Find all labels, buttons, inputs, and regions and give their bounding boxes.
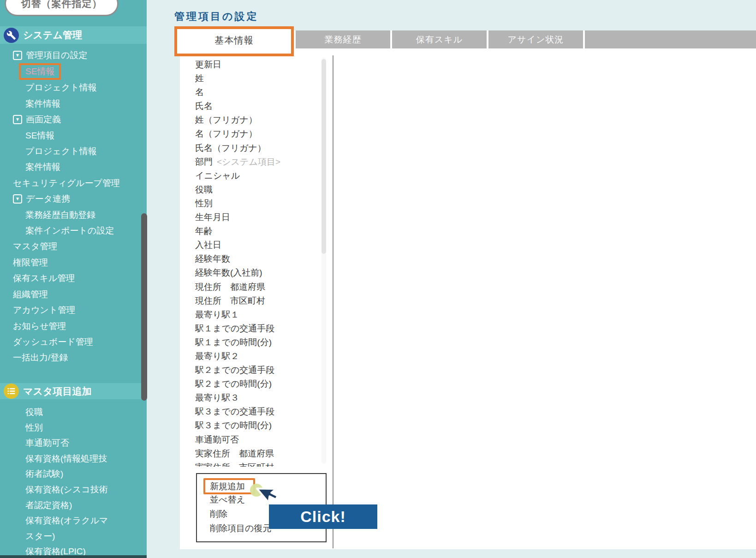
field-list-item[interactable]: 入社日 [195,238,317,252]
field-list-item[interactable]: 名 [195,85,317,99]
sidebar-scrollbar[interactable] [141,213,147,401]
field-list-item[interactable]: 年齢 [195,224,317,238]
field-list-item[interactable]: 最寄り駅１ [195,308,317,322]
collapse-toggle-icon[interactable]: ▼ [13,51,22,60]
sidebar-nav-item-label: 業務経歴自動登録 [25,207,95,223]
sidebar-nav-item[interactable]: ▼ 案件インポートの設定 [0,223,147,239]
sidebar-nav-item[interactable]: ▼ プロジェクト情報 [0,80,147,96]
sidebar-nav-item[interactable]: ▼ ダッシュボード管理 [0,334,147,350]
field-list-item[interactable]: イニシャル [195,169,317,183]
field-system-suffix: <システム項目> [217,157,280,167]
sidebar-nav-item-label: 画面定義 [26,112,61,127]
field-label: 現住所 市区町村 [195,296,265,306]
field-list-item[interactable]: 現住所 市区町村 [195,294,317,308]
sidebar-nav-item[interactable]: ▼ 一括出力/登録 [0,350,147,366]
field-list-item[interactable]: 実家住所 都道府県 [195,447,317,461]
field-label: 最寄り駅３ [195,393,239,402]
tab-basic-info-annotated[interactable]: 基本情報 [174,26,294,56]
tab[interactable]: 業務経歴 [296,30,390,48]
field-list-item[interactable]: 経験年数(入社前) [195,266,317,280]
sidebar-nav-item[interactable]: ▼ プロジェクト情報 [0,144,147,159]
sidebar-nav-item[interactable]: ▼ 画面定義 [0,112,147,127]
sidebar-nav-item-label: 案件情報 [25,159,60,175]
field-list-item[interactable]: 部門<システム項目> [195,155,317,169]
switch-case-button[interactable]: 切替（案件指定） [5,0,119,16]
field-list-item[interactable]: 車通勤可否 [195,433,317,447]
sidebar-master-item[interactable]: 保有資格(オラクルマスター) [0,513,115,544]
field-list-scrollbar-thumb[interactable] [321,59,326,254]
sidebar-nav-item[interactable]: ▼ 業務経歴自動登録 [0,207,147,223]
sidebar-nav-item[interactable]: ▼ お知らせ管理 [0,318,147,334]
field-list-item[interactable]: 駅１までの交通手段 [195,322,317,336]
page-title: 管理項目の設定 [174,10,259,24]
click-annotation-banner: Click! [269,504,377,529]
sidebar-nav-item[interactable]: ▼ 組織管理 [0,287,147,302]
sidebar-section-master-items: マスタ項目追加 [0,383,147,399]
sidebar-nav-item-label: データ連携 [26,191,70,207]
sidebar-master-item[interactable]: 保有資格(情報処理技術者試験) [0,451,115,482]
field-list-item[interactable]: 氏名 [195,99,317,113]
sidebar-nav-item-label: お知らせ管理 [13,318,66,334]
sidebar-master-item-label: 保有資格(オラクルマスター) [25,513,113,544]
field-label: 駅３までの時間(分) [195,420,272,430]
sidebar-nav-item-label: SE情報 [19,63,61,80]
field-list-item[interactable]: 姓（フリガナ） [195,113,317,127]
field-label: 実家住所 市区町村 [195,462,274,467]
sidebar-nav-item[interactable]: ▼ セキュリティグループ管理 [0,175,147,191]
field-list-item[interactable]: 現住所 都道府県 [195,280,317,294]
field-label: 駅２までの時間(分) [195,379,272,389]
collapse-toggle-icon[interactable]: ▼ [13,194,22,204]
field-label: 入社日 [195,240,221,250]
field-label: 駅１までの交通手段 [195,324,274,333]
field-list-item[interactable]: 生年月日 [195,210,317,224]
sidebar-nav-item[interactable]: ▼ 保有スキル管理 [0,270,147,286]
field-list-item[interactable]: 更新日 [195,58,317,72]
sidebar-nav-item[interactable]: ▼ 案件情報 [0,96,147,112]
system-nav: ▼ 管理項目の設定 ▼ SE情報 ▼ プロジェクト情報 ▼ 案件情報 ▼ 画面定… [0,48,147,366]
wrench-icon [4,28,19,43]
field-list-item[interactable]: 氏名（フリガナ） [195,141,317,155]
sidebar-nav-item[interactable]: ▼ 権限管理 [0,255,147,270]
sidebar-nav-item[interactable]: ▼ 管理項目の設定 [0,48,147,63]
sidebar: 切替（案件指定） システム管理 ▼ 管理項目の設定 ▼ SE情報 ▼ プロジェク… [0,0,147,558]
collapse-toggle-icon[interactable]: ▼ [13,115,22,124]
sidebar-nav-item[interactable]: ▼ SE情報 [0,128,147,144]
field-list-item[interactable]: 役職 [195,183,317,197]
field-list-item[interactable]: 駅２までの時間(分) [195,377,317,391]
field-list-item[interactable]: 最寄り駅３ [195,391,317,405]
inactive-tabs: 業務経歴 保有スキル アサイン状況 [294,30,583,48]
tab[interactable]: アサイン状況 [488,30,583,48]
field-list-item[interactable]: 駅２までの交通手段 [195,363,317,377]
sidebar-master-item[interactable]: 保有資格(シスコ技術者認定資格) [0,482,115,513]
field-label: 姓 [195,73,204,83]
field-list-item[interactable]: 最寄り駅２ [195,349,317,363]
sidebar-nav-item[interactable]: ▼ 案件情報 [0,159,147,175]
sidebar-master-item[interactable]: 役職 [0,404,115,420]
field-label: 名 [195,87,204,97]
field-list-item[interactable]: 名（フリガナ） [195,127,317,141]
sidebar-master-item[interactable]: 車通勤可否 [0,435,115,451]
field-list-item[interactable]: 性別 [195,197,317,210]
context-menu-item-label: 並べ替え [210,495,245,504]
sidebar-nav-item[interactable]: ▼ マスタ管理 [0,239,147,254]
field-list-item[interactable]: 駅１までの時間(分) [195,336,317,349]
sidebar-nav-item[interactable]: ▼ アカウント管理 [0,302,147,318]
field-label: 駅３までの交通手段 [195,407,274,416]
sidebar-section-system-admin: システム管理 [0,26,147,44]
field-list-item[interactable]: 姓 [195,72,317,85]
sidebar-nav-item[interactable]: ▼ データ連携 [0,191,147,207]
field-list-item[interactable]: 駅３までの交通手段 [195,405,317,419]
sidebar-bottom-strip [0,555,147,558]
field-list-item[interactable]: 経験年数 [195,252,317,266]
field-label: 駅１までの時間(分) [195,337,272,347]
field-label: 部門 [195,157,213,167]
sidebar-master-item[interactable]: 性別 [0,420,115,436]
tab[interactable]: 保有スキル [392,30,487,48]
sidebar-nav-item-label: マスタ管理 [13,239,57,254]
field-label: 更新日 [195,60,221,69]
context-menu-item-label: 新規追加 [203,478,255,494]
field-list-item[interactable]: 実家住所 市区町村 [195,461,317,467]
sidebar-nav-item[interactable]: ▼ SE情報 [0,63,147,80]
field-list-item[interactable]: 駅３までの時間(分) [195,419,317,432]
sidebar-nav-item-label: アカウント管理 [13,302,75,318]
